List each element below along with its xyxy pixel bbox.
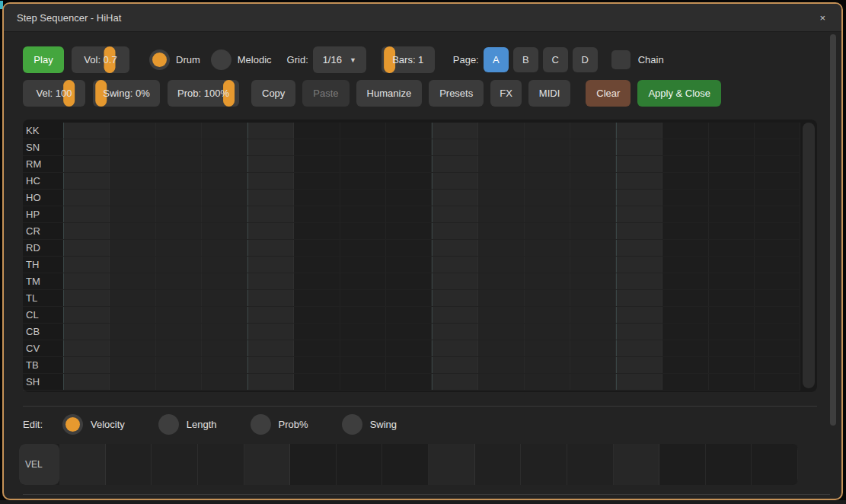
step-cell[interactable] bbox=[662, 206, 708, 222]
step-cell[interactable] bbox=[570, 156, 616, 172]
step-cell[interactable] bbox=[110, 173, 155, 189]
step-cell[interactable] bbox=[294, 340, 340, 356]
step-cell[interactable] bbox=[525, 374, 570, 390]
step-cell[interactable] bbox=[709, 173, 755, 189]
step-cell[interactable] bbox=[386, 290, 432, 306]
step-cell[interactable] bbox=[63, 173, 110, 189]
page-button-d[interactable]: D bbox=[573, 47, 598, 72]
step-cell[interactable] bbox=[294, 190, 340, 206]
step-cell[interactable] bbox=[616, 374, 662, 390]
step-cell[interactable] bbox=[156, 290, 202, 306]
step-cell[interactable] bbox=[525, 240, 570, 256]
step-cell[interactable] bbox=[662, 324, 708, 340]
step-cell[interactable] bbox=[156, 257, 202, 273]
step-cell[interactable] bbox=[755, 139, 800, 155]
horizontal-scroll-track[interactable] bbox=[23, 494, 830, 495]
step-cell[interactable] bbox=[63, 357, 110, 373]
step-cell[interactable] bbox=[247, 190, 294, 206]
step-cell[interactable] bbox=[110, 290, 155, 306]
step-cell[interactable] bbox=[478, 240, 524, 256]
step-cell[interactable] bbox=[432, 324, 478, 340]
step-cell[interactable] bbox=[570, 290, 616, 306]
step-cell[interactable] bbox=[662, 257, 708, 273]
step-cell[interactable] bbox=[570, 206, 616, 222]
step-cell[interactable] bbox=[110, 257, 155, 273]
step-cell[interactable] bbox=[110, 374, 155, 390]
step-cell[interactable] bbox=[755, 240, 800, 256]
step-cell[interactable] bbox=[294, 240, 340, 256]
edit-radio-velocity[interactable] bbox=[62, 414, 83, 435]
value-lane-cell[interactable] bbox=[475, 444, 522, 485]
step-cell[interactable] bbox=[525, 190, 570, 206]
step-cell[interactable] bbox=[110, 190, 155, 206]
drum-radio[interactable] bbox=[149, 49, 170, 70]
value-lane-cell[interactable] bbox=[659, 444, 706, 485]
step-cell[interactable] bbox=[340, 374, 386, 390]
step-cell[interactable] bbox=[478, 139, 524, 155]
step-cell[interactable] bbox=[709, 273, 755, 289]
value-lane-cell[interactable] bbox=[152, 444, 198, 485]
step-cell[interactable] bbox=[386, 240, 432, 256]
window-vertical-scrollbar[interactable] bbox=[830, 34, 836, 426]
step-cell[interactable] bbox=[570, 173, 616, 189]
step-cell[interactable] bbox=[110, 307, 155, 323]
step-cell[interactable] bbox=[247, 139, 294, 155]
step-cell[interactable] bbox=[432, 139, 478, 155]
step-cell[interactable] bbox=[662, 290, 708, 306]
step-cell[interactable] bbox=[202, 206, 247, 222]
step-cell[interactable] bbox=[340, 173, 386, 189]
value-lane-cell[interactable] bbox=[106, 444, 152, 485]
step-cell[interactable] bbox=[340, 190, 386, 206]
step-cell[interactable] bbox=[63, 324, 110, 340]
step-cell[interactable] bbox=[63, 223, 110, 239]
step-cell[interactable] bbox=[709, 156, 755, 172]
step-cell[interactable] bbox=[755, 307, 800, 323]
step-cell[interactable] bbox=[525, 340, 570, 356]
step-cell[interactable] bbox=[156, 223, 202, 239]
step-cell[interactable] bbox=[340, 156, 386, 172]
step-cell[interactable] bbox=[247, 324, 294, 340]
step-cell[interactable] bbox=[202, 173, 247, 189]
step-cell[interactable] bbox=[340, 206, 386, 222]
value-lane-cell[interactable] bbox=[198, 444, 244, 485]
step-cell[interactable] bbox=[662, 374, 708, 390]
step-cell[interactable] bbox=[386, 324, 432, 340]
step-cell[interactable] bbox=[570, 123, 616, 139]
step-cell[interactable] bbox=[432, 273, 478, 289]
step-cell[interactable] bbox=[340, 290, 386, 306]
step-cell[interactable] bbox=[294, 324, 340, 340]
step-cell[interactable] bbox=[63, 206, 110, 222]
step-cell[interactable] bbox=[340, 307, 386, 323]
step-cell[interactable] bbox=[570, 357, 616, 373]
step-cell[interactable] bbox=[616, 257, 662, 273]
grid-dropdown[interactable]: 1/16 ▼ bbox=[313, 46, 366, 73]
step-cell[interactable] bbox=[709, 324, 755, 340]
step-cell[interactable] bbox=[340, 123, 386, 139]
step-cell[interactable] bbox=[709, 374, 755, 390]
step-cell[interactable] bbox=[755, 173, 800, 189]
step-cell[interactable] bbox=[247, 223, 294, 239]
step-cell[interactable] bbox=[202, 290, 247, 306]
step-cell[interactable] bbox=[616, 190, 662, 206]
step-cell[interactable] bbox=[156, 190, 202, 206]
step-cell[interactable] bbox=[294, 139, 340, 155]
step-cell[interactable] bbox=[386, 223, 432, 239]
step-cell[interactable] bbox=[156, 340, 202, 356]
step-cell[interactable] bbox=[340, 257, 386, 273]
step-cell[interactable] bbox=[247, 156, 294, 172]
step-cell[interactable] bbox=[755, 273, 800, 289]
close-icon[interactable]: × bbox=[816, 11, 828, 25]
step-cell[interactable] bbox=[478, 324, 524, 340]
step-cell[interactable] bbox=[156, 357, 202, 373]
step-cell[interactable] bbox=[616, 273, 662, 289]
step-cell[interactable] bbox=[616, 123, 662, 139]
step-cell[interactable] bbox=[662, 307, 708, 323]
step-cell[interactable] bbox=[525, 324, 570, 340]
step-cell[interactable] bbox=[386, 273, 432, 289]
step-cell[interactable] bbox=[340, 139, 386, 155]
step-cell[interactable] bbox=[616, 223, 662, 239]
step-cell[interactable] bbox=[478, 307, 524, 323]
step-cell[interactable] bbox=[662, 273, 708, 289]
step-cell[interactable] bbox=[432, 340, 478, 356]
step-cell[interactable] bbox=[110, 223, 155, 239]
